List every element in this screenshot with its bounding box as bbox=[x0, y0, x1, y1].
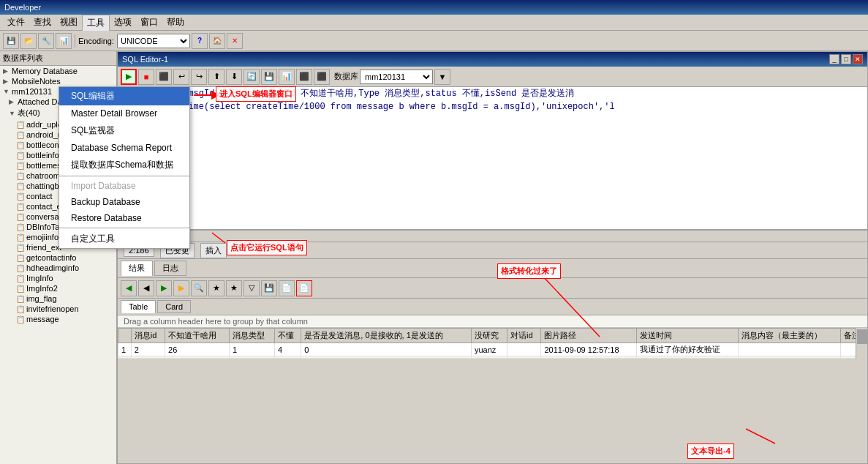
sql-run-btn[interactable]: ▶ bbox=[121, 69, 137, 85]
tree-node-invitefrienopen[interactable]: 📋 invitefrienopen bbox=[0, 304, 116, 314]
results-tab-result[interactable]: 结果 bbox=[121, 261, 153, 276]
sql-content[interactable]: 0001 select msgId 消息id,msgSvrId 不知道干啥用,T… bbox=[118, 87, 867, 230]
help-btn[interactable]: ? bbox=[192, 33, 208, 49]
table-row-2 bbox=[118, 356, 867, 359]
results-btn-star2[interactable]: ★ bbox=[226, 280, 242, 296]
sql-btn-4[interactable]: ↩ bbox=[173, 69, 189, 85]
table-icon-imginfo: 📋 bbox=[16, 274, 25, 282]
col-header-type[interactable]: 消息类型 bbox=[229, 329, 274, 343]
results-btn-search[interactable]: 🔍 bbox=[191, 280, 207, 296]
sql-stop-btn[interactable]: ■ bbox=[138, 69, 154, 85]
h-scrollbar[interactable] bbox=[118, 230, 867, 242]
menu-sql-monitor[interactable]: SQL监视器 bbox=[59, 121, 189, 140]
results-btn-1[interactable]: ◀ bbox=[121, 280, 137, 296]
col-header-imgpath[interactable]: 图片路径 bbox=[541, 329, 636, 343]
results-btn-3[interactable]: ▶ bbox=[156, 280, 172, 296]
menu-custom-tools[interactable]: 自定义工具 bbox=[59, 230, 189, 248]
sql-btn-6[interactable]: ⬆ bbox=[208, 69, 224, 85]
tree-label-getcontact: getcontactinfo bbox=[26, 253, 77, 262]
tree-node-imgflag[interactable]: 📋 img_flag bbox=[0, 293, 116, 304]
sql-btn-12[interactable]: ⬛ bbox=[314, 69, 330, 85]
table-icon-getcontact: 📋 bbox=[16, 254, 25, 262]
tab-card[interactable]: Card bbox=[157, 300, 191, 313]
table-icon-android: 📋 bbox=[16, 131, 25, 139]
tree-node-memory[interactable]: ▶ Memory Database bbox=[0, 66, 116, 76]
expand-icon-mm120131: ▼ bbox=[3, 88, 10, 95]
menu-find[interactable]: 查找 bbox=[29, 15, 56, 30]
col-header-content[interactable]: 消息内容（最主要的） bbox=[739, 329, 840, 343]
tree-node-getcontact[interactable]: 📋 getcontactinfo bbox=[0, 252, 116, 263]
tree-label-memory: Memory Database bbox=[12, 67, 78, 75]
tree-node-mobsile[interactable]: ▶ MobsileNotes bbox=[0, 76, 116, 86]
sql-btn-5[interactable]: ↪ bbox=[191, 69, 207, 85]
menu-help[interactable]: 帮助 bbox=[162, 15, 189, 30]
results-btn-save[interactable]: 💾 bbox=[261, 280, 277, 296]
results-btn-export2[interactable]: 📄 bbox=[296, 280, 312, 296]
tree-node-imginfo[interactable]: 📋 ImgInfo bbox=[0, 273, 116, 283]
toolbar-btn-3[interactable]: 🔧 bbox=[38, 33, 54, 49]
results-btn-star1[interactable]: ★ bbox=[208, 280, 224, 296]
sql-btn-9[interactable]: 💾 bbox=[261, 69, 277, 85]
toolbar-btn-1[interactable]: 💾 bbox=[3, 33, 19, 49]
table-row: 1 2 26 1 4 0 yuanz 2011-09-09 12:57:18 我… bbox=[118, 343, 867, 356]
encoding-select[interactable]: UNICODE bbox=[117, 34, 190, 48]
menu-view[interactable]: 视图 bbox=[56, 15, 82, 30]
tools-dropdown-menu: SQL编辑器 Master Detail Browser SQL监视器 Data… bbox=[59, 86, 190, 249]
sql-btn-7[interactable]: ⬇ bbox=[226, 69, 242, 85]
menu-window[interactable]: 窗口 bbox=[136, 15, 162, 30]
sql-btn-8[interactable]: 🔄 bbox=[244, 69, 260, 85]
table-v-scrollbar[interactable] bbox=[856, 328, 867, 359]
home-btn[interactable]: 🏠 bbox=[209, 33, 225, 49]
table-icon-imgflag: 📋 bbox=[16, 295, 25, 303]
title-bar: Developer bbox=[0, 0, 868, 15]
col-header-research[interactable]: 没研究 bbox=[471, 329, 507, 343]
sql-editor-minimize-btn[interactable]: _ bbox=[829, 54, 839, 64]
results-btn-2[interactable]: ◀ bbox=[138, 280, 154, 296]
db-select[interactable]: mm120131 bbox=[360, 70, 433, 84]
col-header-msgid[interactable]: 消息id bbox=[131, 329, 165, 343]
col-header-status[interactable]: 不懂 bbox=[275, 329, 301, 343]
menu-master-detail[interactable]: Master Detail Browser bbox=[59, 105, 189, 121]
results-btn-4[interactable]: ▶ bbox=[173, 280, 189, 296]
results-tab-log[interactable]: 日志 bbox=[154, 261, 186, 276]
col-header-sendtime[interactable]: 发送时间 bbox=[636, 329, 738, 343]
menu-options[interactable]: 选项 bbox=[110, 15, 136, 30]
sql-btn-13[interactable]: ▼ bbox=[434, 69, 450, 85]
sql-btn-3[interactable]: ⬛ bbox=[156, 69, 172, 85]
sql-editor-toolbar: ▶ ■ ⬛ ↩ ↪ ⬆ ⬇ 🔄 💾 📊 ⬛ ⬛ 数据库 mm120131 ▼ bbox=[118, 67, 867, 87]
sql-editor-maximize-btn[interactable]: □ bbox=[841, 54, 851, 64]
table-icon-contact-ext: 📋 bbox=[16, 203, 25, 211]
menu-file[interactable]: 文件 bbox=[3, 15, 29, 30]
col-header-issend[interactable]: 是否是发送消息, 0是接收的, 1是发送的 bbox=[301, 329, 472, 343]
sql-editor-close-btn[interactable]: ✕ bbox=[853, 54, 863, 64]
toolbar-btn-4[interactable]: 📊 bbox=[56, 33, 72, 49]
menu-schema-report[interactable]: Database Schema Report bbox=[59, 140, 189, 156]
close-btn[interactable]: ✕ bbox=[227, 33, 243, 49]
line-content-2: datetime(select createTime/1000 from mes… bbox=[147, 100, 615, 113]
tree-label-friend-ext: friend_ext bbox=[26, 243, 61, 252]
menu-extract-schema[interactable]: 提取数据库Schema和数据 bbox=[59, 156, 189, 174]
table-hint: Drag a column header here to group by th… bbox=[118, 315, 867, 328]
menu-sql-editor[interactable]: SQL编辑器 bbox=[59, 87, 189, 105]
col-header-msgsrvid[interactable]: 不知道干啥用 bbox=[165, 329, 230, 343]
sql-editor-title: SQL Editor-1 bbox=[122, 55, 168, 64]
results-btn-filter[interactable]: ▽ bbox=[244, 280, 260, 296]
toolbar-btn-2[interactable]: 📂 bbox=[20, 33, 37, 49]
tree-node-message[interactable]: 📋 message bbox=[0, 314, 116, 324]
encoding-label: Encoding: bbox=[78, 37, 114, 45]
cell-row-num: 1 bbox=[118, 343, 132, 356]
v-scrollbar-thumb[interactable] bbox=[857, 329, 867, 344]
sql-btn-10[interactable]: 📊 bbox=[279, 69, 295, 85]
main-toolbar: 💾 📂 🔧 📊 Encoding: UNICODE ? 🏠 ✕ bbox=[0, 31, 868, 51]
tree-node-imginfo2[interactable]: 📋 ImgInfo2 bbox=[0, 283, 116, 293]
menu-restore-db[interactable]: Restore Database bbox=[59, 210, 189, 226]
tab-table[interactable]: Table bbox=[121, 300, 156, 313]
menu-backup-db[interactable]: Backup Database bbox=[59, 194, 189, 210]
results-btn-export1[interactable]: 📄 bbox=[279, 280, 295, 296]
tree-node-hdhead[interactable]: 📋 hdheadimginfo bbox=[0, 263, 116, 273]
sql-btn-11[interactable]: ⬛ bbox=[296, 69, 312, 85]
sql-editor-window: SQL Editor-1 _ □ ✕ ▶ ■ ⬛ ↩ ↪ ⬆ ⬇ 🔄 💾 📊 ⬛… bbox=[117, 51, 868, 464]
col-header-dialogid[interactable]: 对话id bbox=[507, 329, 541, 343]
menu-tools[interactable]: 工具 bbox=[82, 15, 110, 31]
cell-type: 1 bbox=[229, 343, 274, 356]
